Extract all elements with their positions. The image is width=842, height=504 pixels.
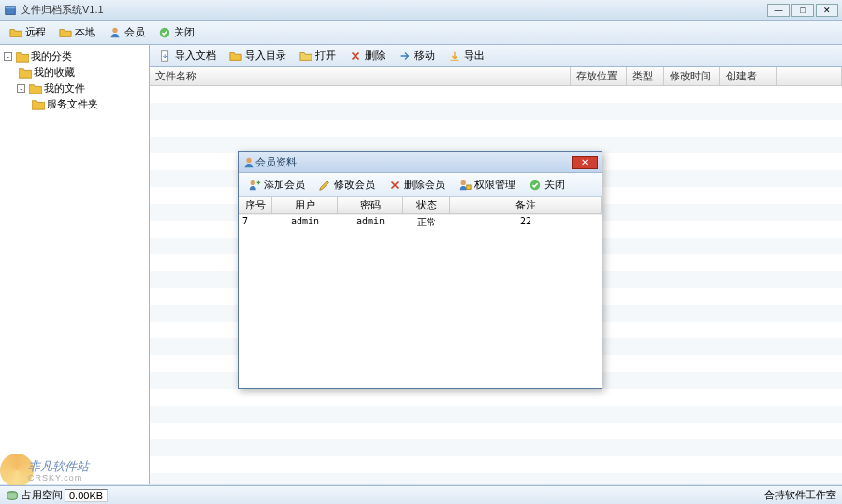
remote-label: 远程 — [25, 25, 46, 39]
collapse-icon[interactable]: - — [4, 52, 12, 61]
app-icon — [4, 4, 17, 17]
member-button[interactable]: 会员 — [103, 23, 151, 41]
edit-member-label: 修改会员 — [334, 178, 375, 192]
svg-point-5 — [246, 157, 251, 162]
tree-files-label: 我的文件 — [44, 81, 85, 95]
tree-service[interactable]: 服务文件夹 — [4, 96, 145, 112]
close-icon — [529, 179, 542, 192]
folder-icon — [19, 67, 32, 79]
svg-point-6 — [251, 180, 255, 184]
col-location[interactable]: 存放位置 — [571, 67, 627, 85]
col-spacer — [777, 67, 842, 85]
delete-label: 删除 — [365, 49, 385, 63]
import-dir-label: 导入目录 — [245, 49, 286, 63]
add-user-icon — [248, 179, 261, 192]
close-icon — [158, 26, 171, 39]
file-list-header: 文件名称 存放位置 类型 修改时间 创建者 — [150, 67, 842, 86]
perm-icon — [458, 179, 472, 192]
dialog-icon — [242, 156, 255, 169]
dlg-col-pass[interactable]: 密码 — [338, 197, 403, 213]
import-doc-label: 导入文档 — [175, 49, 216, 63]
open-label: 打开 — [315, 49, 336, 63]
edit-icon — [318, 179, 331, 192]
import-dir-button[interactable]: 导入目录 — [224, 47, 292, 65]
folder-icon — [32, 99, 45, 110]
perm-button[interactable]: 权限管理 — [453, 176, 521, 194]
collapse-icon[interactable]: - — [17, 84, 25, 93]
dialog-close-tb-button[interactable]: 关闭 — [523, 176, 571, 194]
col-modified[interactable]: 修改时间 — [664, 67, 720, 85]
dlg-col-note[interactable]: 备注 — [450, 197, 602, 213]
cell-user: admin — [272, 215, 338, 230]
delete-member-label: 删除会员 — [404, 178, 445, 192]
delete-user-icon — [388, 179, 401, 192]
dlg-col-user[interactable]: 用户 — [272, 197, 338, 213]
edit-member-button[interactable]: 修改会员 — [312, 176, 381, 194]
col-type[interactable]: 类型 — [627, 67, 664, 85]
dialog-title: 会员资料 — [255, 155, 572, 169]
tree-service-label: 服务文件夹 — [47, 97, 98, 111]
cell-note: 22 — [450, 215, 602, 230]
export-button[interactable]: 导出 — [443, 47, 490, 65]
window-title: 文件归档系统V1.1 — [21, 3, 767, 17]
maximize-button[interactable]: □ — [791, 4, 814, 17]
close-app-button[interactable]: 关闭 — [152, 23, 200, 41]
col-filename[interactable]: 文件名称 — [150, 67, 571, 85]
svg-rect-8 — [467, 185, 471, 189]
move-icon — [399, 50, 412, 63]
delete-icon — [349, 50, 362, 63]
open-button[interactable]: 打开 — [294, 47, 341, 65]
tree-fav-label: 我的收藏 — [34, 65, 75, 79]
local-button[interactable]: 本地 — [53, 23, 101, 41]
member-label: 会员 — [124, 25, 145, 39]
local-label: 本地 — [75, 25, 95, 39]
svg-point-2 — [112, 27, 117, 32]
space-value: 0.00KB — [65, 489, 108, 502]
col-creator[interactable]: 创建者 — [720, 67, 777, 85]
open-icon — [299, 50, 312, 63]
dialog-titlebar[interactable]: 会员资料 ✕ — [239, 152, 602, 173]
cell-pass: admin — [338, 215, 403, 230]
tree-files[interactable]: - 我的文件 — [4, 80, 145, 96]
export-icon — [448, 50, 461, 63]
folder-icon — [29, 83, 42, 94]
cell-status: 正常 — [403, 215, 450, 230]
import-doc-icon — [159, 50, 172, 63]
member-dialog: 会员资料 ✕ 添加会员 修改会员 删除会员 权限管理 关闭 序号 用户 密码 状… — [238, 151, 602, 389]
statusbar: 占用空间 0.00KB 合持软件工作室 — [0, 485, 842, 504]
dialog-close-tb-label: 关闭 — [544, 178, 565, 192]
import-dir-icon — [229, 50, 242, 63]
add-member-button[interactable]: 添加会员 — [242, 176, 311, 194]
add-member-label: 添加会员 — [264, 178, 305, 192]
disk-icon — [6, 489, 19, 502]
close-window-button[interactable]: ✕ — [816, 4, 838, 17]
remote-button[interactable]: 远程 — [4, 23, 51, 41]
minimize-button[interactable]: — — [767, 4, 790, 17]
tree-fav[interactable]: 我的收藏 — [4, 65, 145, 80]
dialog-close-button[interactable]: ✕ — [572, 156, 598, 169]
sub-toolbar: 导入文档 导入目录 打开 删除 移动 导出 — [150, 45, 842, 67]
svg-rect-1 — [6, 6, 16, 8]
delete-button[interactable]: 删除 — [343, 47, 391, 65]
tree-root[interactable]: - 我的分类 — [4, 49, 145, 65]
main-toolbar: 远程 本地 会员 关闭 — [0, 21, 842, 45]
dlg-col-status[interactable]: 状态 — [403, 197, 450, 213]
perm-label: 权限管理 — [474, 178, 515, 192]
dialog-grid-header: 序号 用户 密码 状态 备注 — [239, 197, 602, 214]
svg-point-7 — [461, 180, 466, 184]
dlg-col-seq[interactable]: 序号 — [239, 197, 272, 213]
tree-panel: - 我的分类 我的收藏 - 我的文件 服务文件夹 — [0, 45, 150, 484]
folder-remote-icon — [9, 26, 22, 39]
move-button[interactable]: 移动 — [393, 47, 441, 65]
cell-seq: 7 — [239, 215, 272, 230]
member-icon — [109, 26, 122, 39]
dialog-grid-body[interactable]: 7 admin admin 正常 22 — [239, 214, 602, 388]
table-row[interactable]: 7 admin admin 正常 22 — [239, 215, 602, 230]
folder-local-icon — [59, 26, 72, 39]
studio-label: 合持软件工作室 — [764, 488, 836, 502]
folder-icon — [16, 51, 29, 63]
close-label: 关闭 — [174, 25, 195, 39]
delete-member-button[interactable]: 删除会员 — [383, 176, 451, 194]
dialog-toolbar: 添加会员 修改会员 删除会员 权限管理 关闭 — [239, 173, 602, 197]
import-doc-button[interactable]: 导入文档 — [153, 47, 222, 65]
